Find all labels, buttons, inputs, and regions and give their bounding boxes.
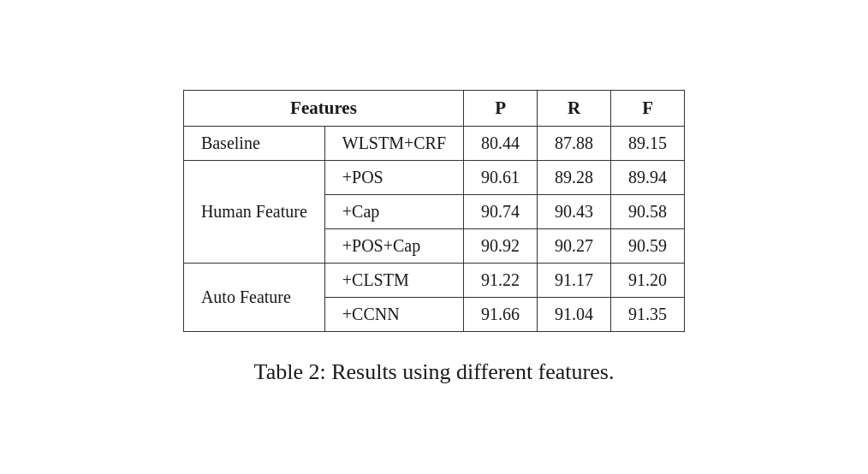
sub-feature-label: +POS+Cap bbox=[324, 228, 463, 263]
results-table: Features P R F Baseline WLSTM+CRF 80.44 … bbox=[183, 90, 685, 332]
p-header: P bbox=[464, 90, 538, 126]
r-value: 91.17 bbox=[538, 263, 611, 297]
f-value: 89.15 bbox=[611, 126, 685, 160]
r-value: 89.28 bbox=[538, 160, 611, 194]
features-header: Features bbox=[183, 90, 463, 126]
table-row: Baseline WLSTM+CRF 80.44 87.88 89.15 bbox=[183, 126, 684, 160]
f-value: 90.59 bbox=[611, 228, 685, 263]
group-label: Auto Feature bbox=[183, 263, 324, 331]
table-caption: Table 2: Results using different feature… bbox=[254, 359, 615, 385]
r-value: 90.27 bbox=[538, 228, 611, 263]
table-row: Auto Feature +CLSTM 91.22 91.17 91.20 bbox=[183, 263, 684, 297]
r-header: R bbox=[538, 90, 611, 126]
table-row: Human Feature +POS 90.61 89.28 89.94 bbox=[183, 160, 684, 194]
group-label: Baseline bbox=[183, 126, 324, 160]
p-value: 91.22 bbox=[464, 263, 538, 297]
f-value: 89.94 bbox=[611, 160, 685, 194]
p-value: 90.92 bbox=[464, 228, 538, 263]
r-value: 91.04 bbox=[538, 297, 611, 331]
sub-feature-label: WLSTM+CRF bbox=[324, 126, 463, 160]
p-value: 90.74 bbox=[464, 194, 538, 228]
group-label: Human Feature bbox=[183, 160, 324, 263]
f-value: 91.35 bbox=[611, 297, 685, 331]
p-value: 90.61 bbox=[464, 160, 538, 194]
f-value: 90.58 bbox=[611, 194, 685, 228]
sub-feature-label: +Cap bbox=[324, 194, 463, 228]
p-value: 80.44 bbox=[464, 126, 538, 160]
sub-feature-label: +CCNN bbox=[324, 297, 463, 331]
p-value: 91.66 bbox=[464, 297, 538, 331]
sub-feature-label: +POS bbox=[324, 160, 463, 194]
sub-feature-label: +CLSTM bbox=[324, 263, 463, 297]
f-value: 91.20 bbox=[611, 263, 685, 297]
r-value: 90.43 bbox=[538, 194, 611, 228]
main-container: Features P R F Baseline WLSTM+CRF 80.44 … bbox=[166, 73, 702, 402]
r-value: 87.88 bbox=[538, 126, 611, 160]
f-header: F bbox=[611, 90, 685, 126]
